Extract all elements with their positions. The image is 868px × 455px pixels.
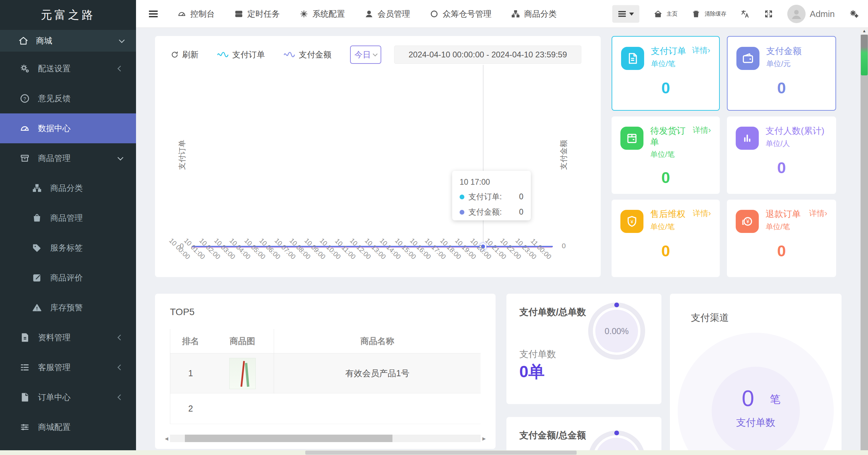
- main-content: 刷新 支付订单 支付金额 今日 2024-04-10 00:00:00 - 20…: [136, 28, 868, 450]
- nav-item-crowdfunding-management[interactable]: 众筹仓号管理: [430, 8, 491, 19]
- detail-link[interactable]: 详情›: [693, 125, 711, 135]
- horizontal-scrollbar[interactable]: [0, 450, 868, 455]
- sidebar-item-service-tags[interactable]: 服务标签: [0, 233, 136, 263]
- scrollbar-track[interactable]: [170, 435, 481, 442]
- nav-item-scheduled-tasks[interactable]: 定时任务: [234, 8, 280, 19]
- sidebar-item-mall-config[interactable]: 商城配置: [0, 412, 136, 442]
- sidebar-item-stock-warning[interactable]: 库存预警: [0, 293, 136, 323]
- sidebar-item-product-list[interactable]: 商品管理: [0, 203, 136, 233]
- scrollbar-thumb[interactable]: [185, 435, 392, 442]
- table-row[interactable]: 1 有效会员产品1号: [170, 353, 481, 394]
- legend-pay-amount[interactable]: 支付金额: [283, 49, 331, 60]
- stat-value: 0: [736, 159, 827, 177]
- stat-card-after-sale[interactable]: ¥ 售后维权 详情› 单位/笔 0: [612, 200, 720, 277]
- date-range-selector[interactable]: 今日: [350, 46, 381, 64]
- nav-item-console[interactable]: 控制台: [177, 8, 215, 19]
- sidebar-toggle-button[interactable]: [149, 9, 158, 19]
- sidebar-item-feedback[interactable]: ? 意见反馈: [0, 84, 136, 113]
- stat-value: 0: [620, 242, 711, 260]
- payment-channel-panel: 支付渠道 0 笔 支付单数: [670, 294, 842, 450]
- detail-link[interactable]: 详情›: [692, 46, 710, 55]
- user-icon: [365, 10, 373, 18]
- gears-icon: [849, 9, 859, 19]
- list-icon: [19, 362, 31, 373]
- stat-card-payers-total[interactable]: 支付人数(累计) 单位/人 0: [727, 116, 836, 194]
- scrollbar-thumb[interactable]: [861, 35, 868, 75]
- settings-button[interactable]: [849, 9, 859, 19]
- tooltip-title: 10 17:00: [460, 178, 523, 187]
- stat-value: 0: [736, 242, 827, 260]
- pay-amount-ratio-panel: 支付金额/总金额 0.00%: [506, 417, 661, 450]
- date-range-input[interactable]: 2024-04-10 00:00:00 - 2024-04-10 23:59:5…: [394, 46, 581, 64]
- home-icon: [18, 35, 29, 47]
- sidebar-item-product-management[interactable]: 商品管理: [0, 143, 136, 173]
- stat-card-pay-orders[interactable]: 支付订单 详情› 单位/笔 0: [612, 36, 720, 111]
- sidebar-item-shop[interactable]: 商城: [0, 30, 136, 52]
- navbar-left: 控制台 定时任务 系统配置 会员管理 众筹仓号管理 商品分类: [136, 8, 557, 19]
- sidebar-item-product-reviews[interactable]: 商品评价: [0, 263, 136, 293]
- nav-item-homepage[interactable]: 主页: [654, 10, 677, 18]
- tooltip-row: 支付订单: 0: [460, 192, 523, 202]
- fullscreen-button[interactable]: [764, 10, 773, 18]
- stat-value: 0: [620, 168, 711, 187]
- wave-icon: [217, 52, 229, 58]
- nav-item-product-category[interactable]: 商品分类: [511, 8, 557, 19]
- language-switch-button[interactable]: [740, 9, 750, 19]
- archive-icon: [19, 152, 31, 164]
- sidebar-item-delivery-settings[interactable]: 配送设置: [0, 54, 136, 84]
- server-icon: [234, 10, 243, 18]
- sidebar-item-data-management[interactable]: 资料管理: [0, 323, 136, 352]
- detail-link[interactable]: 详情›: [693, 208, 711, 218]
- sidebar-item-customer-service[interactable]: 客服管理: [0, 352, 136, 382]
- top-navbar: 控制台 定时任务 系统配置 会员管理 众筹仓号管理 商品分类: [136, 0, 868, 28]
- menu-icon: [618, 10, 626, 18]
- vertical-scrollbar[interactable]: ▲: [861, 28, 868, 455]
- quick-menu-dropdown[interactable]: [612, 5, 639, 23]
- scroll-left-arrow[interactable]: ◂: [163, 434, 170, 442]
- chevron-down-icon: [373, 52, 378, 56]
- gauge-ring: 0.00%: [588, 303, 645, 360]
- chart-tooltip: 10 17:00 支付订单: 0 支付金额: 0: [452, 171, 531, 220]
- sidebar-item-data-center[interactable]: 数据中心: [0, 113, 136, 143]
- shield-yuan-icon: ¥: [620, 210, 643, 233]
- trash-icon: [692, 10, 700, 18]
- avatar: [787, 5, 806, 23]
- x-axis-labels: 10 00:0010 01:0010 02:0010 03:0010 04:00…: [192, 251, 553, 277]
- nav-item-system-config[interactable]: 系统配置: [300, 8, 345, 19]
- user-menu[interactable]: Admin: [787, 5, 835, 23]
- channel-title: 支付渠道: [691, 311, 729, 324]
- chevron-left-icon: [118, 365, 123, 370]
- detail-link[interactable]: 详情›: [809, 208, 827, 218]
- scrollbar-thumb[interactable]: [305, 451, 577, 455]
- nav-item-member-management[interactable]: 会员管理: [365, 8, 410, 19]
- channel-label: 支付单数: [712, 416, 800, 430]
- stat-card-pending-shipment[interactable]: 待发货订单 详情› 单位/笔 0: [612, 116, 720, 194]
- channel-unit: 笔: [770, 392, 780, 406]
- edit-square-icon: [31, 272, 43, 284]
- sidebar: 元富之路 商城 配送设置 ? 意见反馈 数据中心: [0, 0, 136, 450]
- table-row[interactable]: 2: [170, 394, 481, 424]
- payment-trend-panel: 刷新 支付订单 支付金额 今日 2024-04-10 00:00:00 - 20…: [155, 36, 601, 277]
- scroll-up-arrow[interactable]: ▲: [861, 28, 868, 35]
- refresh-button[interactable]: 刷新: [171, 49, 198, 60]
- dashboard-page: 元富之路 商城 配送设置 ? 意见反馈 数据中心: [0, 0, 868, 455]
- stat-card-refund-orders[interactable]: ¥ 退款订单 详情› 单位/笔 0: [727, 200, 836, 277]
- wave-icon: [283, 52, 295, 58]
- username: Admin: [810, 9, 835, 19]
- scroll-right-arrow[interactable]: ▸: [481, 434, 487, 442]
- table-horizontal-scrollbar[interactable]: ◂ ▸: [163, 434, 487, 443]
- sidebar-item-order-center[interactable]: 订单中心: [0, 382, 136, 412]
- nav-item-clear-cache[interactable]: 清除缓存: [692, 10, 726, 18]
- chevron-left-icon: [118, 335, 123, 341]
- right-axis-tick: 0: [562, 242, 566, 250]
- stat-card-pay-amount[interactable]: 支付金额 单位/元 0: [727, 36, 836, 111]
- sidebar-menu: 配送设置 ? 意见反馈 数据中心 商品管理 商品分类 商: [0, 54, 136, 442]
- channel-value: 0: [728, 385, 768, 411]
- sidebar-item-product-category[interactable]: 商品分类: [0, 173, 136, 203]
- chevron-down-icon: [119, 37, 125, 43]
- sitemap-icon: [31, 182, 43, 194]
- legend-pay-orders[interactable]: 支付订单: [217, 49, 265, 60]
- svg-text:¥: ¥: [746, 219, 749, 224]
- stat-value: 0: [736, 79, 827, 97]
- gauge-value: 0单: [519, 361, 545, 383]
